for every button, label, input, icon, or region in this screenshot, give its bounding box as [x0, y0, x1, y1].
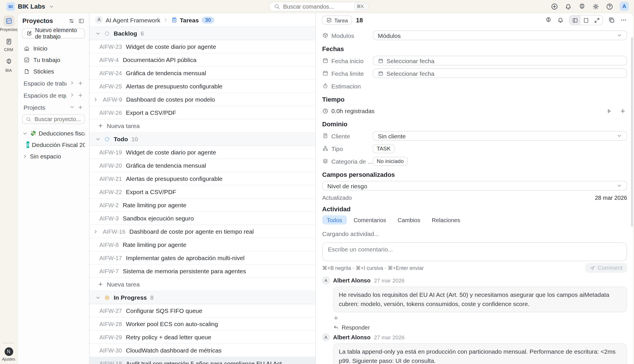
modal-peek-button[interactable]	[581, 16, 592, 25]
start-date-picker[interactable]: Seleccionar fecha	[373, 56, 627, 65]
start-timer-icon[interactable]	[606, 108, 612, 114]
rail-item-proyectos[interactable]: Proyectos	[0, 16, 18, 31]
task-row-aifw-25[interactable]: AIFW-25Alertas de presupuesto configurab…	[90, 80, 315, 93]
group-header-backlog[interactable]: Backlog6	[90, 27, 315, 40]
task-row-aifw-23[interactable]: AIFW-23Widget de coste diario por agente	[90, 40, 315, 53]
task-row-aifw-30[interactable]: AIFW-30CloudWatch dashboard de métricas	[90, 344, 315, 357]
task-row-aifw-18[interactable]: AIFW-18Audit trail con retención 5 años …	[90, 357, 315, 364]
help-icon[interactable]	[606, 3, 613, 10]
task-type-icon	[326, 17, 332, 23]
task-row-aifw-4[interactable]: AIFW-4Documentación API pública	[90, 53, 315, 67]
tab-relaciones[interactable]: Relaciones	[427, 215, 465, 224]
task-list-panel: A AI Agent Framework Tareas 30 Backlog6A…	[90, 13, 316, 364]
hierarchy-icon	[322, 145, 328, 152]
task-row-aifw-7[interactable]: AIFW-7Sistema de memoria persistente par…	[90, 265, 315, 278]
sidebar-section-projects[interactable]: Projects	[22, 101, 85, 113]
tab-cambios[interactable]: Cambios	[393, 215, 425, 224]
estimate-label-row[interactable]: Estimacion	[322, 82, 373, 89]
type-badge[interactable]: TASK	[373, 144, 395, 153]
project-group-sin-espacio[interactable]: Sin espacio	[22, 150, 85, 162]
add-icon[interactable]	[78, 104, 83, 110]
composer-footer: ⌘+B negrita · ⌘+I cursiva · ⌘+Enter envi…	[322, 263, 627, 273]
project-search-input[interactable]	[34, 116, 81, 122]
modal-peek-icon	[583, 17, 589, 23]
comment-input[interactable]	[328, 246, 621, 258]
rail-item-crm[interactable]: CRM	[3, 36, 14, 52]
workspace-switcher[interactable]: BI BIK Labs	[5, 2, 54, 11]
chevron-down-icon[interactable]	[69, 104, 75, 110]
task-type-chip[interactable]: Tarea	[322, 16, 352, 25]
chevron-right-icon[interactable]	[69, 92, 75, 98]
task-row-aifw-9[interactable]: AIFW-9Dashboard de costes por modelo	[90, 93, 315, 106]
notifications-icon[interactable]	[565, 3, 572, 10]
breadcrumb-page[interactable]: Tareas	[171, 16, 199, 23]
group-header-in-progress[interactable]: In Progress8	[90, 291, 315, 304]
client-select[interactable]: Sin cliente	[373, 131, 627, 141]
avatar: A	[322, 277, 330, 284]
create-new-icon[interactable]	[551, 3, 558, 10]
task-row-aifw-26[interactable]: AIFW-26Export a CSV/PDF	[90, 106, 315, 119]
new-task-button[interactable]: Nueva tarea	[90, 119, 315, 133]
full-screen-button[interactable]	[592, 16, 602, 25]
tab-todos[interactable]: Todos	[322, 215, 347, 224]
sidebar-item-stickies[interactable]: Stickies	[22, 65, 85, 77]
task-row-aifw-8[interactable]: AIFW-8Rate limiting por agente	[90, 238, 315, 251]
task-row-aifw-16[interactable]: AIFW-16Dashboard de coste por agente en …	[90, 225, 315, 238]
project-item-deduccion-fiscal[interactable]: D Deducción Fiscal 20...	[22, 139, 85, 150]
filter-icon[interactable]	[68, 18, 75, 24]
group-header-todo[interactable]: Todo10	[90, 133, 315, 146]
task-row-aifw-21[interactable]: AIFW-21Alertas de presupuesto configurab…	[90, 172, 315, 185]
project-search[interactable]	[22, 114, 85, 124]
task-row-aifw-24[interactable]: AIFW-24Gráfica de tendencia mensual	[90, 67, 315, 80]
ai-icon[interactable]	[545, 17, 552, 24]
sidebar-item-inicio[interactable]: Inicio	[22, 42, 85, 54]
add-icon[interactable]	[78, 80, 83, 86]
scrollbar-thumb[interactable]	[631, 37, 633, 227]
new-work-item-button[interactable]: Nuevo elemento de trabajo	[22, 28, 85, 38]
add-icon[interactable]	[78, 92, 83, 98]
tab-comentarios[interactable]: Comentarios	[349, 215, 391, 224]
settings-avatar[interactable]: N	[4, 347, 13, 356]
topbar: BI BIK Labs ⌘K A	[0, 0, 634, 13]
task-row-aifw-20[interactable]: AIFW-20Gráfica de tendencia mensual	[90, 159, 315, 172]
task-row-aifw-22[interactable]: AIFW-22Export a CSV/PDF	[90, 185, 315, 199]
user-avatar[interactable]: A	[620, 2, 629, 11]
add-time-icon[interactable]	[620, 108, 626, 114]
chevron-right-icon[interactable]	[69, 80, 75, 86]
modules-select[interactable]: Módulos	[373, 30, 627, 40]
ai-assistant-icon[interactable]	[578, 3, 586, 10]
sidebar-item-tu-trabajo[interactable]: Tu trabajo	[22, 54, 85, 65]
new-task-button[interactable]: Nueva tarea	[90, 278, 315, 291]
comment-submit-button[interactable]: Comment	[585, 263, 627, 273]
task-row-aifw-3[interactable]: AIFW-3Sandbox ejecución seguro	[90, 212, 315, 225]
reply-button[interactable]: Responder	[333, 324, 627, 330]
sidebar-section-espacios-de-equipo[interactable]: Espacios de equipo	[22, 89, 85, 101]
task-row-aifw-19[interactable]: AIFW-19Widget de coste diario por agente	[90, 146, 315, 159]
settings-icon[interactable]	[592, 3, 600, 10]
due-date-picker[interactable]: Seleccionar fecha	[373, 68, 627, 78]
command-search[interactable]: ⌘K	[269, 1, 369, 11]
sidebar-item-label: Stickies	[33, 68, 54, 75]
add-reaction-icon[interactable]	[333, 315, 339, 321]
task-row-aifw-17[interactable]: AIFW-17Implementar gates de aprobación m…	[90, 251, 315, 265]
task-row-aifw-28[interactable]: AIFW-28Worker pool ECS con auto-scaling	[90, 317, 315, 331]
subscribe-icon[interactable]	[557, 17, 564, 24]
comment-composer[interactable]	[322, 242, 627, 261]
project-group-deducciones[interactable]: 💸 Deducciones fiscales	[22, 127, 85, 139]
task-row-aifw-2[interactable]: AIFW-2Rate limiting por agente	[90, 199, 315, 212]
modules-value: Módulos	[378, 32, 401, 39]
more-options-icon[interactable]	[620, 17, 627, 24]
due-date-label: Fecha limite	[331, 70, 364, 77]
search-input[interactable]	[283, 3, 351, 9]
side-peek-button[interactable]	[570, 16, 581, 25]
category-badge[interactable]: No iniciado	[373, 156, 408, 166]
task-row-aifw-27[interactable]: AIFW-27Configurar SQS FIFO queue	[90, 304, 315, 317]
task-title: Dashboard de costes por modelo	[126, 96, 215, 103]
copy-link-icon[interactable]	[608, 17, 615, 24]
breadcrumb-project[interactable]: AI Agent Framework	[106, 16, 160, 23]
sidebar-section-espacio-de-trabajo[interactable]: Espacio de trabajo	[22, 77, 85, 89]
risk-level-select[interactable]: Nivel de riesgo	[322, 181, 627, 191]
task-row-aifw-29[interactable]: AIFW-29Retry policy + dead letter queue	[90, 331, 315, 344]
rail-item-bia[interactable]: BIA	[3, 56, 14, 72]
collapse-sidebar-icon[interactable]	[78, 18, 84, 24]
